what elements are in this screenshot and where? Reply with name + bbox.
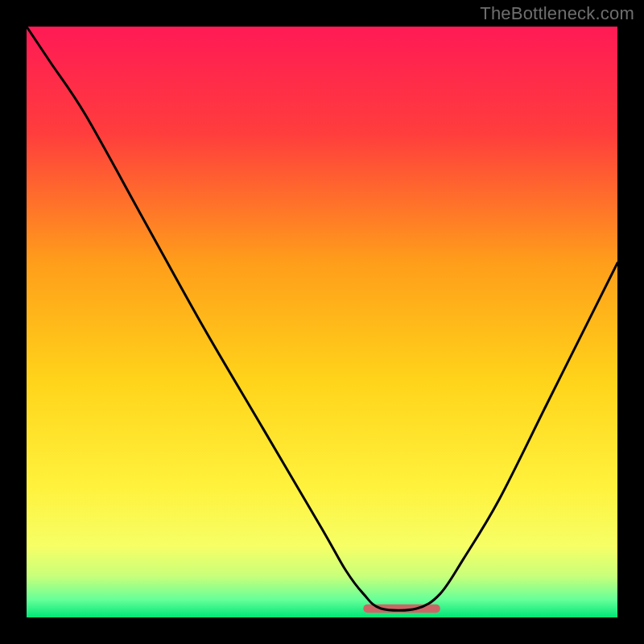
watermark-text: TheBottleneck.com	[480, 3, 634, 24]
chart-svg	[0, 0, 644, 644]
chart-canvas: TheBottleneck.com	[0, 0, 644, 644]
